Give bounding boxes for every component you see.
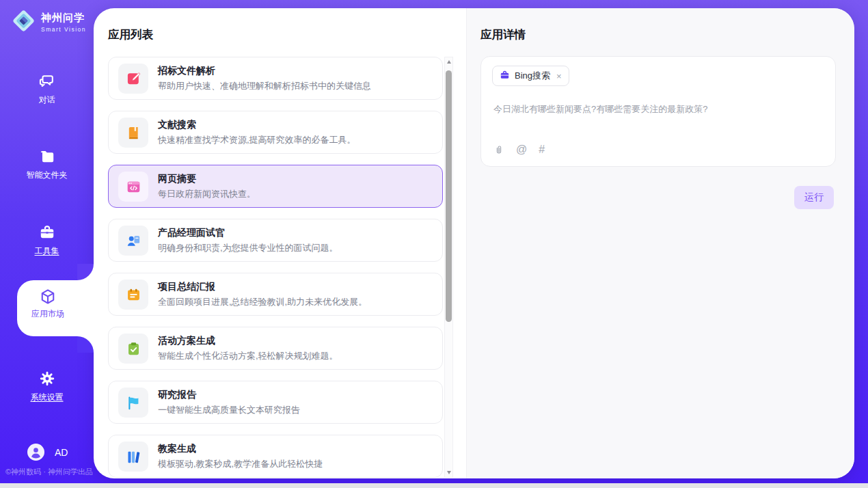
prompt-text[interactable]: 今日湖北有哪些新闻要点?有哪些需要关注的最新政策? [493,103,707,116]
app-list-title: 应用列表 [108,27,153,42]
app-card-doc-pen[interactable]: 招标文件解析 帮助用户快速、准确地理解和解析招标书中的关键信息 [108,57,443,100]
app-card-desc: 帮助用户快速、准确地理解和解析招标书中的关键信息 [158,80,371,92]
sidebar-item-settings[interactable]: 系统设置 [0,370,94,403]
chat-icon [38,72,56,90]
run-button[interactable]: 运行 [794,186,834,209]
sidebar-item-chat[interactable]: 对话 [0,72,94,106]
folder-icon [38,148,56,165]
calendar-icon [118,280,148,310]
app-card-desc: 明确身份和职责,为您提供专业性的面试问题。 [158,242,338,254]
app-card-browser[interactable]: 网页摘要 每日政府新闻资讯快查。 [108,165,443,208]
tool-tag-bing-search[interactable]: Bing搜索 × [492,66,569,86]
clipboard-check-icon [118,334,148,364]
app-card-clipboard-check[interactable]: 活动方案生成 智能生成个性化活动方案,轻松解决规划难题。 [108,327,443,370]
app-card-desc: 智能生成个性化活动方案,轻松解决规划难题。 [158,350,338,362]
active-tab-fillet-top [77,264,94,280]
app-card-title: 产品经理面试官 [158,227,225,239]
user-name: AD [55,447,68,458]
app-list-panel: 应用列表 招标文件解析 帮助用户快速、准确地理解和解析招标书中的关键信息 文献搜… [94,8,466,478]
book-icon [118,118,148,148]
logo-subtitle: Smart Vision [41,26,86,33]
hash-icon[interactable]: # [539,144,545,155]
app-card-book[interactable]: 文献搜索 快速精准查找学术资源,提高研究效率的必备工具。 [108,111,443,154]
briefcase-icon [500,70,510,83]
doc-pen-icon [118,64,148,94]
scrollbar-thumb[interactable] [446,70,452,322]
app-card-title: 活动方案生成 [158,335,215,347]
app-card-books[interactable]: 教案生成 模板驱动,教案秒成,教学准备从此轻松快捷 [108,435,443,478]
user-avatar-icon [27,444,44,461]
app-card-title: 文献搜索 [158,119,196,131]
app-card-calendar[interactable]: 项目总结汇报 全面回顾项目进展,总结经验教训,助力未来优化发展。 [108,273,443,316]
app-list-scrollbar[interactable] [444,57,453,478]
at-icon[interactable]: @ [516,144,527,155]
prompt-toolbar: @ # [493,144,545,155]
active-tab-fillet-bottom [77,336,94,353]
app-card-title: 招标文件解析 [158,65,215,77]
sidebar-item-smart-folder[interactable]: 智能文件夹 [0,148,94,181]
app-card-title: 项目总结汇报 [158,281,215,293]
app-card-desc: 一键智能生成高质量长文本研究报告 [158,404,300,416]
paperclip-icon[interactable] [493,144,504,155]
sidebar-item-toolset[interactable]: 工具集 [0,223,94,257]
copyright-text: ©神州数码 · 神州问学出品 [5,467,99,477]
app-card-desc: 快速精准查找学术资源,提高研究效率的必备工具。 [158,134,356,146]
app-card-title: 研究报告 [158,389,196,401]
app-card-person-doc[interactable]: 产品经理面试官 明确身份和职责,为您提供专业性的面试问题。 [108,219,443,262]
close-icon[interactable]: × [556,72,562,81]
logo-title: 神州问学 [41,12,86,25]
app-card-desc: 全面回顾项目进展,总结经验教训,助力未来优化发展。 [158,296,367,308]
browser-icon [118,172,148,202]
app-list: 招标文件解析 帮助用户快速、准确地理解和解析招标书中的关键信息 文献搜索 快速精… [108,57,443,478]
flag-report-icon [118,388,148,418]
diamond-logo-icon [11,8,36,36]
person-doc-icon [118,226,148,256]
window-bottom-strip [0,483,868,488]
sidebar-item-app-market[interactable]: 应用市场 [17,280,94,336]
books-icon [118,442,148,472]
toolbox-icon [38,223,56,241]
main-content: 应用列表 招标文件解析 帮助用户快速、准确地理解和解析招标书中的关键信息 文献搜… [94,8,854,478]
tool-tag-label: Bing搜索 [515,70,550,82]
app-card-flag-report[interactable]: 研究报告 一键智能生成高质量长文本研究报告 [108,381,443,424]
app-card-desc: 每日政府新闻资讯快查。 [158,188,256,200]
logo: 神州问学 Smart Vision [11,8,86,36]
app-window: 神州问学 Smart Vision 对话 智能文件夹 [0,0,868,488]
user-account[interactable]: AD [27,444,68,461]
app-card-desc: 模板驱动,教案秒成,教学准备从此轻松快捷 [158,458,323,470]
sidebar: 神州问学 Smart Vision 对话 智能文件夹 [0,0,94,483]
app-detail-panel: 应用详情 Bing搜索 × 今日湖北有哪些新闻要点?有哪些需要关注的最新政策? [466,8,854,478]
app-card-title: 教案生成 [158,443,196,455]
app-detail-title: 应用详情 [480,27,526,42]
gear-icon [38,370,56,388]
scroll-down-arrow-icon[interactable] [447,471,451,474]
cube-icon [39,288,57,306]
app-card-title: 网页摘要 [158,173,196,185]
scroll-up-arrow-icon[interactable] [447,60,451,64]
prompt-card: Bing搜索 × 今日湖北有哪些新闻要点?有哪些需要关注的最新政策? @ # [480,56,836,167]
